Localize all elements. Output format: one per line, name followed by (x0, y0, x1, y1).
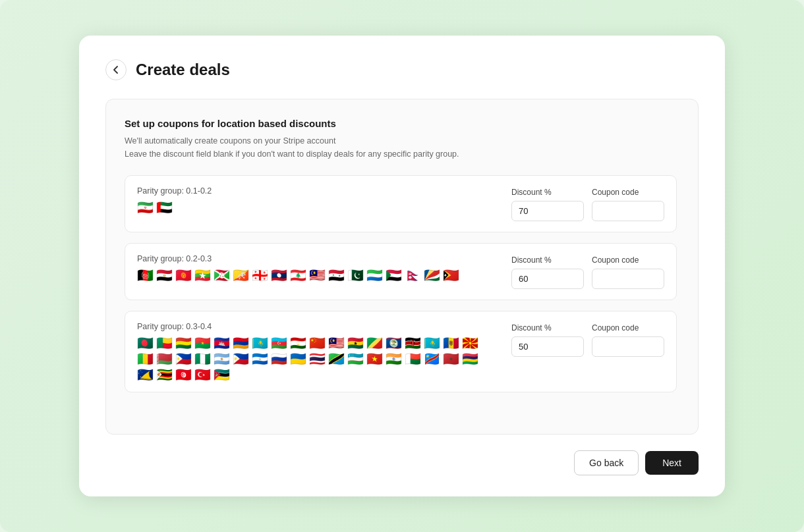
flag-2-13: 🇧🇿 (386, 336, 402, 350)
flags-container-0: 🇮🇷🇦🇪 (137, 201, 480, 214)
flag-2-17: 🇲🇰 (462, 336, 478, 350)
flag-2-0: 🇧🇩 (137, 336, 154, 350)
flag-2-15: 🇰🇿 (424, 336, 440, 350)
parity-group-0: Parity group: 0.1-0.2🇮🇷🇦🇪Discount %Coupo… (125, 175, 677, 232)
flag-2-1: 🇧🇯 (156, 336, 173, 350)
flag-2-19: 🇧🇾 (156, 352, 173, 365)
page-title: Create deals (136, 61, 230, 79)
page-footer: Go back Next (105, 450, 699, 475)
discount-group-1: Discount % (511, 255, 584, 289)
coupon-label-0: Coupon code (592, 188, 664, 197)
flag-2-38: 🇹🇳 (175, 368, 192, 381)
flag-2-25: 🇷🇺 (271, 352, 287, 365)
discount-group-2: Discount % (511, 323, 584, 357)
back-circle-button[interactable] (105, 59, 127, 80)
coupon-group-1: Coupon code (592, 255, 664, 289)
flags-container-2: 🇧🇩🇧🇯🇧🇴🇧🇫🇰🇭🇦🇲🇰🇿🇦🇿🇹🇯🇨🇳🇲🇾🇬🇭🇨🇬🇧🇿🇰🇪🇰🇿🇲🇩🇲🇰🇲🇱🇧🇾… (137, 336, 480, 381)
flag-2-35: 🇲🇺 (462, 352, 478, 365)
flag-2-33: 🇨🇩 (424, 352, 440, 365)
go-back-button[interactable]: Go back (574, 450, 639, 475)
flag-1-7: 🇱🇦 (271, 269, 287, 282)
discount-label-1: Discount % (511, 255, 584, 265)
parity-right-2: Discount %Coupon code (511, 322, 664, 357)
flag-2-4: 🇰🇭 (214, 336, 230, 350)
flag-1-5: 🇧🇹 (233, 269, 249, 282)
section-title: Set up coupons for location based discou… (125, 118, 679, 129)
next-button[interactable]: Next (645, 451, 699, 475)
coupon-input-2[interactable] (592, 336, 664, 357)
coupon-label-1: Coupon code (592, 255, 664, 265)
flag-2-40: 🇲🇿 (214, 368, 230, 381)
flag-2-26: 🇺🇦 (290, 352, 306, 365)
coupon-label-2: Coupon code (592, 323, 664, 332)
discount-input-0[interactable] (511, 201, 584, 221)
flag-2-30: 🇻🇳 (366, 352, 383, 365)
flag-2-29: 🇺🇿 (347, 352, 364, 365)
discount-label-2: Discount % (511, 323, 584, 332)
flag-2-8: 🇹🇯 (290, 336, 306, 350)
flag-2-14: 🇰🇪 (405, 336, 421, 350)
parity-label-1: Parity group: 0.2-0.3 (137, 254, 498, 263)
flag-2-27: 🇹🇭 (309, 352, 326, 365)
flag-2-39: 🇹🇷 (194, 368, 211, 381)
flag-2-36: 🇹🇰 (137, 368, 154, 381)
flag-2-6: 🇰🇿 (252, 336, 268, 350)
main-card: Create deals Set up coupons for location… (79, 36, 725, 496)
flag-0-1: 🇦🇪 (156, 201, 173, 214)
discount-group-0: Discount % (511, 188, 584, 221)
parity-label-2: Parity group: 0.3-0.4 (137, 322, 498, 331)
flag-2-28: 🇹🇿 (328, 352, 345, 365)
section-box: Set up coupons for location based discou… (105, 99, 699, 435)
flag-2-32: 🇲🇬 (405, 352, 421, 365)
flag-2-37: 🇿🇼 (156, 368, 173, 381)
subtitle-line1: We'll automatically create coupons on yo… (125, 136, 335, 146)
flag-2-18: 🇲🇱 (137, 352, 154, 365)
parity-left-2: Parity group: 0.3-0.4🇧🇩🇧🇯🇧🇴🇧🇫🇰🇭🇦🇲🇰🇿🇦🇿🇹🇯🇨… (137, 322, 498, 381)
section-subtitle: We'll automatically create coupons on yo… (125, 134, 679, 161)
flag-1-16: 🇹🇱 (443, 269, 459, 282)
parity-label-0: Parity group: 0.1-0.2 (137, 186, 498, 196)
coupon-group-0: Coupon code (592, 188, 664, 221)
parity-group-2: Parity group: 0.3-0.4🇧🇩🇧🇯🇧🇴🇧🇫🇰🇭🇦🇲🇰🇿🇦🇿🇹🇯🇨… (125, 311, 677, 392)
flag-1-12: 🇸🇱 (366, 269, 383, 282)
flag-2-23: 🇵🇭 (233, 352, 249, 365)
coupon-input-0[interactable] (592, 201, 664, 221)
flag-1-8: 🇱🇧 (290, 269, 306, 282)
flag-1-4: 🇧🇮 (214, 269, 230, 282)
parity-left-1: Parity group: 0.2-0.3🇦🇫🇪🇬🇰🇬🇲🇲🇧🇮🇧🇹🇬🇪🇱🇦🇱🇧🇲… (137, 254, 498, 282)
discount-label-0: Discount % (511, 188, 584, 197)
subtitle-line2: Leave the discount field blank if you do… (125, 149, 459, 159)
flag-2-22: 🇦🇷 (214, 352, 230, 365)
flag-0-0: 🇮🇷 (137, 201, 154, 214)
flag-2-11: 🇬🇭 (347, 336, 364, 350)
flag-2-2: 🇧🇴 (175, 336, 192, 350)
flag-2-20: 🇵🇭 (175, 352, 192, 365)
flag-1-14: 🇳🇵 (405, 269, 421, 282)
flag-1-11: 🇵🇰 (347, 269, 364, 282)
parity-right-1: Discount %Coupon code (511, 254, 664, 289)
flag-1-3: 🇲🇲 (194, 269, 211, 282)
parity-group-1: Parity group: 0.2-0.3🇦🇫🇪🇬🇰🇬🇲🇲🇧🇮🇧🇹🇬🇪🇱🇦🇱🇧🇲… (125, 243, 677, 300)
coupon-group-2: Coupon code (592, 323, 664, 357)
page-background: Create deals Set up coupons for location… (0, 0, 804, 532)
discount-input-2[interactable] (511, 336, 584, 357)
flag-2-9: 🇨🇳 (309, 336, 326, 350)
parity-groups-list: Parity group: 0.1-0.2🇮🇷🇦🇪Discount %Coupo… (125, 175, 679, 403)
flag-1-2: 🇰🇬 (175, 269, 192, 282)
flags-container-1: 🇦🇫🇪🇬🇰🇬🇲🇲🇧🇮🇧🇹🇬🇪🇱🇦🇱🇧🇲🇾🇸🇾🇵🇰🇸🇱🇸🇩🇳🇵🇸🇨🇹🇱 (137, 269, 480, 282)
flag-1-6: 🇬🇪 (252, 269, 268, 282)
flag-1-9: 🇲🇾 (309, 269, 326, 282)
flag-1-1: 🇪🇬 (156, 269, 173, 282)
flag-2-5: 🇦🇲 (233, 336, 249, 350)
coupon-input-1[interactable] (592, 269, 664, 289)
page-header: Create deals (105, 59, 699, 80)
parity-right-0: Discount %Coupon code (511, 186, 664, 221)
flag-1-0: 🇦🇫 (137, 269, 154, 282)
flag-2-12: 🇨🇬 (366, 336, 383, 350)
flag-1-10: 🇸🇾 (328, 269, 345, 282)
flag-2-34: 🇲🇦 (443, 352, 459, 365)
flag-2-3: 🇧🇫 (194, 336, 211, 350)
flag-2-31: 🇮🇳 (386, 352, 402, 365)
discount-input-1[interactable] (511, 269, 584, 289)
flag-2-21: 🇳🇬 (194, 352, 211, 365)
